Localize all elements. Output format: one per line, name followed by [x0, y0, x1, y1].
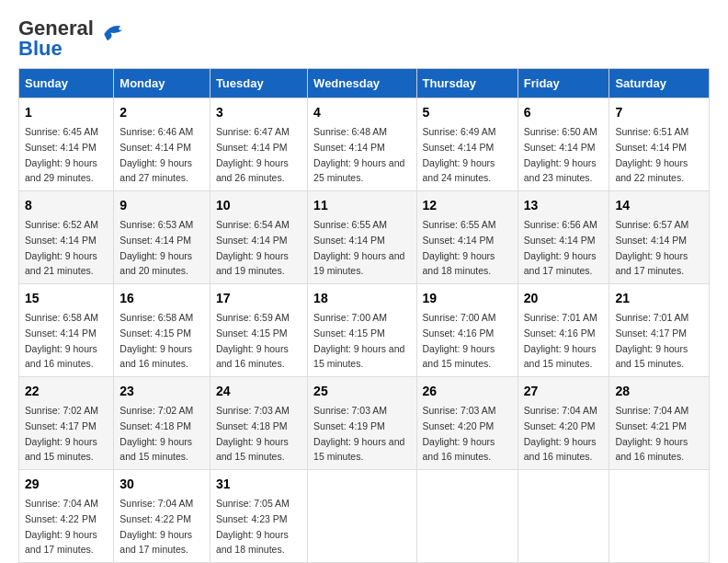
- day-sunset: Sunset: 4:20 PM: [524, 420, 596, 431]
- calendar-cell: 20 Sunrise: 7:01 AM Sunset: 4:16 PM Dayl…: [518, 284, 609, 377]
- day-number: 24: [216, 382, 301, 401]
- day-sunset: Sunset: 4:14 PM: [216, 142, 288, 153]
- day-daylight: Daylight: 9 hours and 17 minutes.: [524, 250, 597, 277]
- weekday-header-thursday: Thursday: [416, 69, 518, 98]
- day-sunset: Sunset: 4:23 PM: [216, 513, 288, 524]
- day-sunset: Sunset: 4:14 PM: [25, 327, 97, 339]
- day-daylight: Daylight: 9 hours and 15 minutes.: [524, 343, 597, 370]
- calendar-cell: 5 Sunrise: 6:49 AM Sunset: 4:14 PM Dayli…: [416, 98, 518, 191]
- day-number: 9: [119, 196, 204, 215]
- day-sunrise: Sunrise: 6:55 AM: [313, 219, 387, 230]
- day-sunset: Sunset: 4:14 PM: [423, 142, 495, 153]
- day-daylight: Daylight: 9 hours and 15 minutes.: [313, 343, 404, 370]
- day-number: 2: [119, 103, 204, 122]
- day-sunrise: Sunrise: 6:59 AM: [216, 312, 290, 323]
- day-sunrise: Sunrise: 6:46 AM: [119, 126, 193, 137]
- calendar-header-row: SundayMondayTuesdayWednesdayThursdayFrid…: [19, 69, 710, 98]
- calendar-week-3: 15 Sunrise: 6:58 AM Sunset: 4:14 PM Dayl…: [19, 284, 710, 377]
- calendar-week-5: 29 Sunrise: 7:04 AM Sunset: 4:22 PM Dayl…: [19, 470, 710, 563]
- day-sunrise: Sunrise: 7:03 AM: [423, 405, 496, 416]
- day-daylight: Daylight: 9 hours and 29 minutes.: [25, 157, 97, 184]
- day-sunset: Sunset: 4:14 PM: [615, 142, 687, 153]
- weekday-header-friday: Friday: [518, 69, 609, 98]
- calendar-cell: 6 Sunrise: 6:50 AM Sunset: 4:14 PM Dayli…: [518, 98, 609, 191]
- logo-text: General Blue: [18, 18, 94, 59]
- day-sunset: Sunset: 4:15 PM: [216, 327, 288, 339]
- day-sunset: Sunset: 4:14 PM: [216, 235, 288, 246]
- calendar-cell: 9 Sunrise: 6:53 AM Sunset: 4:14 PM Dayli…: [114, 191, 210, 284]
- weekday-header-saturday: Saturday: [609, 69, 710, 98]
- day-daylight: Daylight: 9 hours and 15 minutes.: [615, 343, 688, 370]
- day-number: 4: [313, 103, 410, 122]
- day-number: 7: [615, 103, 703, 122]
- day-daylight: Daylight: 9 hours and 15 minutes.: [423, 343, 495, 370]
- calendar-cell: 25 Sunrise: 7:03 AM Sunset: 4:19 PM Dayl…: [308, 377, 416, 470]
- day-number: 1: [25, 103, 108, 122]
- day-daylight: Daylight: 9 hours and 15 minutes.: [25, 436, 97, 463]
- calendar-cell: 21 Sunrise: 7:01 AM Sunset: 4:17 PM Dayl…: [609, 284, 710, 377]
- day-daylight: Daylight: 9 hours and 15 minutes.: [216, 436, 289, 463]
- day-sunrise: Sunrise: 6:56 AM: [524, 219, 597, 230]
- calendar-cell: 16 Sunrise: 6:58 AM Sunset: 4:15 PM Dayl…: [114, 284, 210, 377]
- day-sunrise: Sunrise: 7:02 AM: [25, 405, 98, 416]
- day-sunrise: Sunrise: 6:55 AM: [423, 219, 496, 230]
- calendar-cell: 7 Sunrise: 6:51 AM Sunset: 4:14 PM Dayli…: [609, 98, 710, 191]
- day-number: 17: [216, 289, 301, 308]
- calendar-cell: 10 Sunrise: 6:54 AM Sunset: 4:14 PM Dayl…: [210, 191, 307, 284]
- calendar-cell: 27 Sunrise: 7:04 AM Sunset: 4:20 PM Dayl…: [518, 377, 609, 470]
- day-sunset: Sunset: 4:20 PM: [423, 420, 495, 431]
- day-sunrise: Sunrise: 6:58 AM: [25, 312, 98, 323]
- day-daylight: Daylight: 9 hours and 16 minutes.: [423, 436, 495, 463]
- day-sunrise: Sunrise: 7:04 AM: [119, 498, 193, 509]
- day-number: 12: [423, 196, 512, 215]
- calendar-cell: 30 Sunrise: 7:04 AM Sunset: 4:22 PM Dayl…: [114, 470, 210, 563]
- day-sunset: Sunset: 4:17 PM: [25, 420, 97, 431]
- day-sunrise: Sunrise: 7:04 AM: [524, 405, 597, 416]
- day-sunrise: Sunrise: 7:03 AM: [216, 405, 290, 416]
- day-daylight: Daylight: 9 hours and 25 minutes.: [313, 157, 404, 184]
- calendar-week-1: 1 Sunrise: 6:45 AM Sunset: 4:14 PM Dayli…: [19, 98, 710, 191]
- day-sunrise: Sunrise: 6:58 AM: [119, 312, 193, 323]
- day-number: 3: [216, 103, 301, 122]
- day-daylight: Daylight: 9 hours and 15 minutes.: [119, 436, 192, 463]
- day-sunrise: Sunrise: 7:00 AM: [423, 312, 496, 323]
- day-sunset: Sunset: 4:22 PM: [119, 513, 191, 524]
- day-sunset: Sunset: 4:18 PM: [216, 420, 288, 431]
- calendar-table: SundayMondayTuesdayWednesdayThursdayFrid…: [18, 68, 710, 563]
- day-sunrise: Sunrise: 6:50 AM: [524, 126, 597, 137]
- day-daylight: Daylight: 9 hours and 17 minutes.: [119, 529, 192, 556]
- calendar-cell: 31 Sunrise: 7:05 AM Sunset: 4:23 PM Dayl…: [210, 470, 307, 563]
- day-sunrise: Sunrise: 7:04 AM: [615, 405, 688, 416]
- day-daylight: Daylight: 9 hours and 19 minutes.: [313, 250, 404, 277]
- calendar-week-4: 22 Sunrise: 7:02 AM Sunset: 4:17 PM Dayl…: [19, 377, 710, 470]
- day-sunrise: Sunrise: 7:05 AM: [216, 498, 290, 509]
- calendar-cell: 2 Sunrise: 6:46 AM Sunset: 4:14 PM Dayli…: [114, 98, 210, 191]
- day-daylight: Daylight: 9 hours and 19 minutes.: [216, 250, 289, 277]
- day-sunrise: Sunrise: 7:00 AM: [313, 312, 387, 323]
- weekday-header-monday: Monday: [114, 69, 210, 98]
- day-daylight: Daylight: 9 hours and 16 minutes.: [119, 343, 192, 370]
- day-sunrise: Sunrise: 7:03 AM: [313, 405, 387, 416]
- day-sunset: Sunset: 4:17 PM: [615, 327, 687, 339]
- day-daylight: Daylight: 9 hours and 22 minutes.: [615, 157, 688, 184]
- day-number: 20: [524, 289, 604, 308]
- day-sunset: Sunset: 4:14 PM: [423, 235, 495, 246]
- day-daylight: Daylight: 9 hours and 16 minutes.: [216, 343, 289, 370]
- day-number: 28: [615, 382, 703, 401]
- calendar-cell: 4 Sunrise: 6:48 AM Sunset: 4:14 PM Dayli…: [308, 98, 416, 191]
- weekday-header-sunday: Sunday: [19, 69, 114, 98]
- weekday-header-wednesday: Wednesday: [308, 69, 416, 98]
- day-sunrise: Sunrise: 7:04 AM: [25, 498, 98, 509]
- day-daylight: Daylight: 9 hours and 20 minutes.: [119, 250, 192, 277]
- day-daylight: Daylight: 9 hours and 16 minutes.: [615, 436, 688, 463]
- calendar-cell: 8 Sunrise: 6:52 AM Sunset: 4:14 PM Dayli…: [19, 191, 114, 284]
- day-number: 10: [216, 196, 301, 215]
- calendar-cell: 18 Sunrise: 7:00 AM Sunset: 4:15 PM Dayl…: [308, 284, 416, 377]
- day-sunset: Sunset: 4:14 PM: [313, 235, 385, 246]
- day-number: 22: [25, 382, 108, 401]
- day-daylight: Daylight: 9 hours and 26 minutes.: [216, 157, 289, 184]
- calendar-week-2: 8 Sunrise: 6:52 AM Sunset: 4:14 PM Dayli…: [19, 191, 710, 284]
- day-sunset: Sunset: 4:15 PM: [313, 327, 385, 339]
- day-sunrise: Sunrise: 6:53 AM: [119, 219, 193, 230]
- calendar-cell: 22 Sunrise: 7:02 AM Sunset: 4:17 PM Dayl…: [19, 377, 114, 470]
